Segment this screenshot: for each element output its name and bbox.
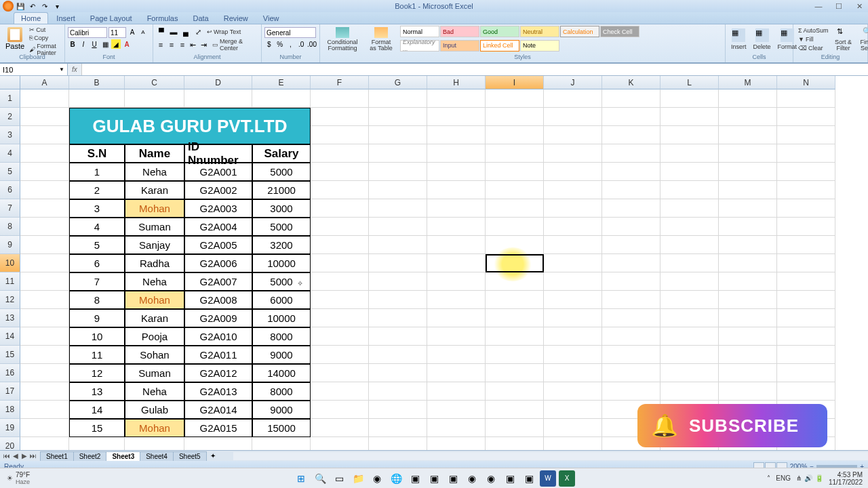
cell-J20[interactable] [544,437,602,450]
cell-J18[interactable] [544,401,602,419]
tab-page-layout[interactable]: Page Layout [83,13,139,24]
merge-center-button[interactable]: ▭Merge & Center [210,37,258,52]
col-header-E[interactable]: E [252,76,311,89]
tab-home[interactable]: Home [14,12,48,24]
cell-A18[interactable] [20,401,69,419]
cell-N8[interactable] [777,218,835,236]
sheet-prev-icon[interactable]: ◀ [12,452,20,460]
cell-J4[interactable] [544,144,602,163]
cell-F5[interactable] [311,163,369,181]
cell-L8[interactable] [660,218,719,236]
cell-F15[interactable] [311,346,369,364]
paste-button[interactable]: Paste [3,26,27,53]
col-header-K[interactable]: K [602,76,660,89]
cell-J13[interactable] [544,309,602,327]
firefox-icon[interactable]: ◉ [483,470,499,487]
cell-G10[interactable] [369,254,427,272]
cell-J14[interactable] [544,327,602,346]
formula-input[interactable] [81,64,868,75]
align-center-icon[interactable]: ≡ [167,40,176,49]
data-cell-r14-c1[interactable]: Gulab [125,401,184,419]
col-header-M[interactable]: M [719,76,777,89]
cell-I9[interactable] [486,236,544,254]
cell-A9[interactable] [20,236,69,254]
data-cell-r2-c3[interactable]: 21000 [252,181,311,199]
wifi-icon[interactable]: ⋔ [796,474,802,482]
fx-icon[interactable]: fx [68,66,81,73]
cell-J7[interactable] [544,199,602,218]
name-box-dropdown-icon[interactable]: ▼ [59,66,64,73]
cell-F6[interactable] [311,181,369,199]
wrap-text-button[interactable]: ↩Wrap Text [205,28,243,36]
cell-G3[interactable] [369,126,427,144]
cell-N6[interactable] [777,181,835,199]
row-header-12[interactable]: 12 [0,291,20,309]
row-header-8[interactable]: 8 [0,218,20,236]
cell-A11[interactable] [20,272,69,291]
cell-M10[interactable] [719,254,777,272]
data-cell-r6-c0[interactable]: 6 [69,254,125,272]
cell-G6[interactable] [369,181,427,199]
cell-A3[interactable] [20,126,69,144]
cell-I14[interactable] [486,327,544,346]
data-cell-r1-c0[interactable]: 1 [69,163,125,181]
cell-I13[interactable] [486,309,544,327]
cell-N15[interactable] [777,346,835,364]
start-button[interactable]: ⊞ [293,470,309,487]
cell-M13[interactable] [719,309,777,327]
comma-icon[interactable]: , [286,39,296,49]
cell-L11[interactable] [660,272,719,291]
data-cell-r8-c3[interactable]: 6000 [252,291,311,309]
col-header-G[interactable]: G [369,76,427,89]
excel-icon[interactable]: X [559,470,575,487]
row-header-3[interactable]: 3 [0,126,20,144]
underline-button[interactable]: U [90,39,99,49]
row-header-19[interactable]: 19 [0,419,20,437]
grow-font-icon[interactable]: A [127,27,137,37]
cell-I17[interactable] [486,382,544,401]
style-checkcell[interactable]: Check Cell [600,26,639,37]
cell-G8[interactable] [369,218,427,236]
data-cell-r15-c2[interactable]: G2A015 [184,419,252,437]
italic-button[interactable]: I [79,39,88,49]
cell-J12[interactable] [544,291,602,309]
cell-G7[interactable] [369,199,427,218]
cell-H4[interactable] [427,144,486,163]
row-header-14[interactable]: 14 [0,327,20,346]
cell-L3[interactable] [660,126,719,144]
number-format-select[interactable] [264,27,316,38]
data-cell-r10-c0[interactable]: 10 [69,327,125,346]
cell-F9[interactable] [311,236,369,254]
cell-N1[interactable] [777,89,835,108]
cell-L1[interactable] [660,89,719,108]
cell-F18[interactable] [311,401,369,419]
cell-J6[interactable] [544,181,602,199]
cell-J2[interactable] [544,108,602,126]
cell-A19[interactable] [20,419,69,437]
align-top-icon[interactable]: ▀ [156,27,167,37]
language-indicator[interactable]: ENG [776,474,791,482]
style-normal[interactable]: Normal [400,26,439,37]
maximize-button[interactable]: ☐ [831,1,846,11]
cell-H20[interactable] [427,437,486,450]
cell-K1[interactable] [602,89,660,108]
cell-H18[interactable] [427,401,486,419]
header-sn[interactable]: S.N [69,144,125,163]
qat-dropdown-icon[interactable]: ▾ [52,1,62,12]
cell-A8[interactable] [20,218,69,236]
cell-N10[interactable] [777,254,835,272]
app-icon-1[interactable]: ◉ [369,470,385,487]
data-cell-r10-c1[interactable]: Pooja [125,327,184,346]
cell-M15[interactable] [719,346,777,364]
cell-I7[interactable] [486,199,544,218]
cell-M17[interactable] [719,382,777,401]
font-name-select[interactable] [68,27,107,38]
cell-I2[interactable] [486,108,544,126]
cell-J15[interactable] [544,346,602,364]
minimize-button[interactable]: — [811,1,826,11]
cell-A16[interactable] [20,364,69,382]
cell-N11[interactable] [777,272,835,291]
cell-H9[interactable] [427,236,486,254]
cell-N16[interactable] [777,364,835,382]
style-neutral[interactable]: Neutral [520,26,559,37]
